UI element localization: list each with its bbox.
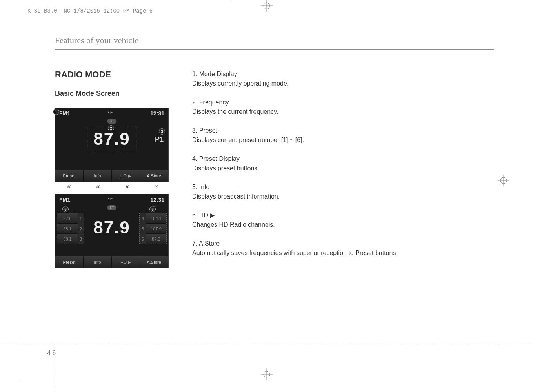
- registration-mark-right: [498, 175, 509, 186]
- desc-info: 5. Info Displays broadcast information.: [192, 182, 494, 201]
- preset-3[interactable]: 98.1: [57, 234, 78, 244]
- button-bar: Preset Info HD ▶ A.Store: [55, 256, 168, 268]
- desc-body: Changes HD Radio channels.: [192, 221, 275, 228]
- preset-list-left: 87.91 88.12 98.13: [57, 213, 84, 244]
- desc-preset-display: 4. Preset Display Displays preset button…: [192, 154, 494, 173]
- sub-heading: Basic Mode Screen: [55, 89, 169, 98]
- desc-title: 3. Preset: [192, 126, 494, 135]
- button-bar: Preset Info HD ▶ A.Store: [55, 170, 168, 182]
- info-button[interactable]: Info: [84, 170, 112, 182]
- registration-mark-top: [261, 0, 273, 12]
- page-number: 4 6: [47, 350, 56, 357]
- desc-title: 4. Preset Display: [192, 154, 494, 164]
- preset-5[interactable]: 107.9: [146, 224, 166, 234]
- stereo-badge: ST: [107, 205, 116, 210]
- frequency-display: 87.9: [93, 218, 130, 237]
- preset-list-right: 4104.1 5107.9 687.9: [139, 213, 167, 244]
- desc-frequency: 2. Frequency Displays the current freque…: [192, 98, 494, 117]
- stereo-badge: ST: [107, 119, 116, 124]
- callout-1: 1: [53, 109, 59, 115]
- callout-2: 2: [108, 125, 114, 131]
- desc-astore: 7. A.Store Automatically saves frequenci…: [192, 239, 494, 258]
- preset-num-2: 2: [78, 224, 84, 234]
- preset-num-6: 6: [140, 234, 146, 244]
- info-button[interactable]: Info: [84, 256, 112, 268]
- preset-num-3: 3: [78, 234, 84, 244]
- desc-title: 1. Mode Display: [192, 69, 494, 79]
- preset-num-5: 5: [140, 224, 146, 234]
- dashed-guide-horizontal: [0, 345, 533, 345]
- signal-icon: •↕•: [108, 110, 113, 117]
- mode-label: FM1: [59, 110, 70, 117]
- signal-icon: •↕•: [108, 197, 113, 203]
- preset-button[interactable]: Preset: [55, 256, 84, 268]
- preset-2[interactable]: 88.1: [57, 224, 78, 234]
- callout-8-right: 8: [149, 206, 156, 212]
- callout-3: 3: [159, 128, 165, 135]
- hd-button[interactable]: HD ▶: [112, 170, 140, 182]
- main-heading: RADIO MODE: [55, 69, 169, 80]
- preset-button[interactable]: Preset: [55, 170, 84, 182]
- callout-7: ⑦: [154, 184, 158, 190]
- callout-8-left: 8: [62, 206, 69, 212]
- print-guide-top: [22, 0, 229, 0]
- preset-num-1: 1: [78, 213, 84, 224]
- desc-body: Displays preset buttons.: [192, 165, 259, 171]
- print-guide-bottom: [22, 380, 533, 380]
- preset-6[interactable]: 87.9: [146, 234, 166, 244]
- desc-preset: 3. Preset Displays current preset number…: [192, 126, 494, 145]
- print-guide-left: [22, 0, 22, 380]
- astore-button[interactable]: A.Store: [140, 170, 168, 182]
- callout-5: ⑤: [96, 184, 100, 190]
- preset-1[interactable]: 87.9: [57, 213, 78, 224]
- section-header: Features of your vehicle: [55, 35, 494, 50]
- preset-4[interactable]: 104.1: [146, 213, 166, 224]
- desc-body: Displays broadcast information.: [192, 193, 280, 200]
- document-header-info: K_SL_B3.0_:NC 1/8/2015 12:00 PM Page 6: [27, 8, 153, 14]
- desc-mode-display: 1. Mode Display Displays currently opera…: [192, 69, 494, 88]
- desc-title: 6. HD ▶: [192, 211, 494, 220]
- astore-button[interactable]: A.Store: [140, 256, 168, 268]
- desc-body: Displays currently operating mode.: [192, 80, 289, 87]
- clock: 12:31: [150, 197, 164, 203]
- radio-screenshot-2: FM1 •↕• 12:31 ST 87.9 87.91 88.12 98.13 …: [55, 194, 169, 268]
- mode-label: FM1: [59, 197, 70, 203]
- callout-4: ④: [67, 184, 71, 190]
- desc-body: Automatically saves frequencies with sup…: [192, 250, 398, 256]
- preset-num-4: 4: [140, 213, 146, 224]
- desc-title: 5. Info: [192, 182, 494, 192]
- callout-6: ⑥: [125, 184, 129, 190]
- desc-body: Displays current preset number [1] ~ [6]…: [192, 137, 304, 143]
- hd-button[interactable]: HD ▶: [112, 256, 140, 268]
- desc-title: 2. Frequency: [192, 98, 494, 107]
- desc-title: 7. A.Store: [192, 239, 494, 248]
- preset-indicator: P1: [155, 135, 164, 144]
- registration-mark-bottom: [261, 368, 273, 380]
- desc-body: Displays the current frequency.: [192, 108, 278, 115]
- clock: 12:31: [150, 110, 164, 117]
- radio-screenshot-1: FM1 •↕• 12:31 ST 87.9 P1 1 2 3 Preset In…: [55, 108, 169, 182]
- desc-hd: 6. HD ▶ Changes HD Radio channels.: [192, 211, 494, 230]
